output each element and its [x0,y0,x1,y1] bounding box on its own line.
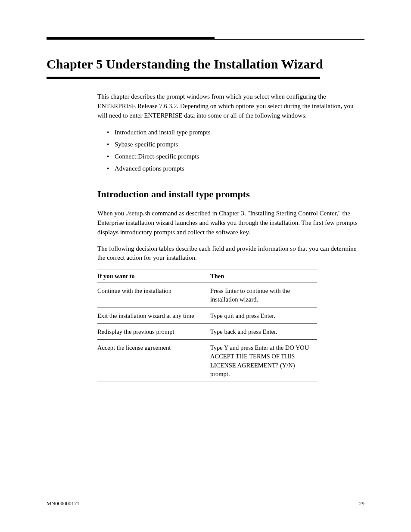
table-row: Continue with the installation Press Ent… [97,283,317,308]
cell-if: Accept the license agreement [97,340,210,382]
list-item: •Advanced options prompts [107,164,364,174]
intro-paragraph: This chapter describes the prompt window… [97,92,364,120]
section-paragraph: When you ./setup.sh command as described… [97,209,364,237]
cell-then: Type Y and press Enter at the DO YOU ACC… [210,340,317,382]
page-footer: MN000000171 29 [47,501,364,507]
bullet-text: Connect:Direct-specific prompts [115,152,199,162]
cell-then: Press Enter to continue with the install… [210,283,317,308]
chapter-title-text: Understanding the Installation Wizard [106,57,323,71]
table-row: Accept the license agreement Type Y and … [97,340,317,382]
cell-then: Type quit and press Enter. [210,308,317,324]
header-rule [47,37,364,40]
title-rule [47,77,320,79]
table-header-if: If you want to [97,270,210,283]
footer-page-number: 29 [359,501,365,507]
bullet-text: Advanced options prompts [115,164,184,174]
cell-if: Redisplay the previous prompt [97,324,210,339]
bullet-text: Sybase-specific prompts [115,140,178,149]
cell-if: Exit the installation wizard at any time [97,308,210,324]
chapter-label: Chapter 5 [47,57,103,71]
table-header-then: Then [210,270,317,283]
table-row: Exit the installation wizard at any time… [97,308,317,324]
cell-then: Type back and press Enter. [210,324,317,339]
decision-table: If you want to Then Continue with the in… [97,270,317,382]
cell-if: Continue with the installation [97,283,210,308]
section-rule [97,201,287,201]
bullet-text: Introduction and install type prompts [115,128,210,137]
table-row: Redisplay the previous prompt Type back … [97,324,317,339]
chapter-heading: Chapter 5 Understanding the Installation… [47,57,364,72]
list-item: •Connect:Direct-specific prompts [107,152,364,162]
footer-left: MN000000171 [47,501,79,507]
section-paragraph: The following decision tables describe e… [97,244,364,263]
section-heading: Introduction and install type prompts [97,189,364,200]
list-item: •Sybase-specific prompts [107,140,364,149]
list-item: •Introduction and install type prompts [107,128,364,137]
